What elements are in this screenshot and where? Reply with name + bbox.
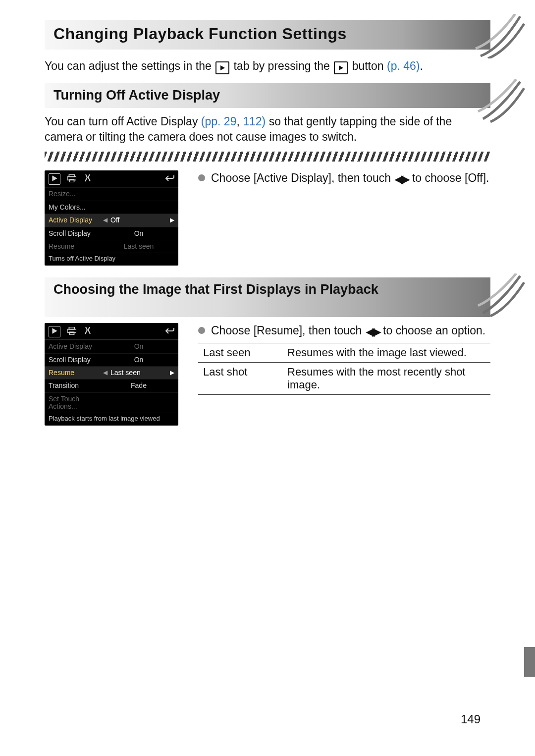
svg-rect-5 — [70, 179, 74, 182]
lcd-a-item-4-value: Last seen — [124, 243, 154, 250]
instruction-a-text-1: Choose [Active Display], then touch — [211, 171, 394, 184]
left-right-arrows-icon-2: ◀▶ — [366, 324, 379, 339]
lcd-a-item-2-value: Off — [110, 216, 119, 224]
lcd-back-icon-2 — [165, 327, 174, 336]
lcd-tab-print-icon-2 — [67, 327, 76, 336]
instruction-a-text-2: to choose [Off]. — [412, 171, 489, 184]
lcd-a-hint: Turns off Active Display — [45, 253, 178, 263]
table-row: Last seen Resumes with the image last vi… — [198, 343, 490, 363]
resume-options-table: Last seen Resumes with the image last vi… — [198, 343, 490, 395]
lcd-b-item-3-label: Transition — [49, 382, 98, 389]
page-title: Changing Playback Function Settings — [45, 20, 490, 48]
page-number: 149 — [461, 712, 481, 726]
lcd-left-arrow-icon: ◀ — [103, 217, 107, 223]
hatched-divider — [45, 152, 490, 162]
lcd-b-item-2-label: Resume — [49, 369, 98, 377]
lcd-right-arrow-icon-2: ▶ — [170, 370, 174, 376]
bullet-icon-2 — [198, 327, 205, 334]
lcd-tab-tools-icon-2 — [83, 327, 92, 336]
lcd-b-item-3: Transition Fade — [45, 379, 178, 392]
left-right-arrows-icon: ◀▶ — [395, 172, 408, 187]
svg-marker-0 — [220, 65, 225, 70]
lcd-a-item-4-label: Resume — [49, 243, 98, 250]
option-key-0: Last seen — [198, 343, 282, 363]
lcd-a-item-1-label: My Colors... — [49, 204, 98, 211]
lcd-b-item-3-value: Fade — [131, 382, 147, 389]
lcd-tab-tools-icon — [83, 174, 92, 184]
lcd-b-item-1-value: On — [134, 356, 144, 364]
lcd-b-hint: Playback starts from last image viewed — [45, 413, 178, 423]
instruction-b-text-1: Choose [Resume], then touch — [211, 324, 365, 337]
option-val-1: Resumes with the most recently shot imag… — [282, 363, 490, 395]
instruction-resume: Choose [Resume], then touch ◀▶ to choose… — [198, 323, 490, 339]
lcd-tab-playback-icon-2 — [49, 326, 60, 337]
active-display-paragraph: You can turn off Active Display (pp. 29,… — [45, 114, 490, 145]
lcd-a-item-2-label: Active Display — [49, 216, 98, 224]
lcd-b-item-1: Scroll Display On — [45, 353, 178, 366]
svg-marker-6 — [52, 328, 57, 333]
camera-lcd-active-display: Resize... My Colors... Active Display ◀ … — [45, 170, 178, 266]
section-heading-text: Turning Off Active Display — [45, 83, 490, 108]
active-display-text-1: You can turn off Active Display — [45, 115, 201, 128]
lcd-b-item-1-label: Scroll Display — [49, 356, 98, 364]
side-chapter-tab — [524, 647, 535, 677]
intro-paragraph: You can adjust the settings in the tab b… — [45, 58, 490, 74]
step-row-active-display: Resize... My Colors... Active Display ◀ … — [45, 170, 490, 266]
playback-button-icon — [334, 61, 348, 74]
page-ref-29[interactable]: (pp. 29 — [201, 115, 237, 128]
playback-tab-icon — [215, 61, 229, 74]
page-ref-sep: , — [236, 115, 243, 128]
lcd-b-item-0-label: Active Display — [49, 343, 98, 350]
lcd-b-item-0: Active Display On — [45, 340, 178, 353]
intro-text-3: button — [352, 59, 387, 72]
option-key-1: Last shot — [198, 363, 282, 395]
lcd-a-item-0: Resize... — [45, 187, 178, 200]
page-title-bar: Changing Playback Function Settings — [45, 20, 490, 50]
page-ref-112[interactable]: 112) — [243, 115, 266, 128]
lcd-tabs — [45, 170, 178, 187]
option-val-0: Resumes with the image last viewed. — [282, 343, 490, 363]
lcd-back-icon — [165, 174, 174, 184]
section-heading-active-display: Turning Off Active Display — [45, 83, 490, 108]
lcd-a-item-3-value: On — [134, 230, 144, 237]
svg-marker-2 — [52, 175, 57, 181]
page-ref-46[interactable]: (p. 46) — [387, 59, 420, 72]
lcd-a-item-3: Scroll Display On — [45, 227, 178, 240]
lcd-b-item-4: Set Touch Actions... — [45, 392, 178, 413]
lcd-b-item-2: Resume ◀ Last seen ▶ — [45, 366, 178, 379]
instruction-b-text-2: to choose an option. — [383, 324, 485, 337]
intro-text-2: tab by pressing the — [234, 59, 333, 72]
step-row-resume: Active Display On Scroll Display On Resu… — [45, 323, 490, 426]
lcd-a-item-3-label: Scroll Display — [49, 230, 98, 237]
lcd-a-item-2: Active Display ◀ Off ▶ — [45, 214, 178, 226]
lcd-b-item-4-label: Set Touch Actions... — [49, 395, 98, 411]
lcd-left-arrow-icon-2: ◀ — [103, 370, 107, 376]
camera-lcd-resume: Active Display On Scroll Display On Resu… — [45, 323, 178, 426]
lcd-a-item-4: Resume Last seen — [45, 240, 178, 253]
lcd-right-arrow-icon: ▶ — [170, 217, 174, 223]
lcd-a-item-0-label: Resize... — [49, 190, 98, 198]
svg-rect-9 — [70, 332, 74, 335]
bullet-icon — [198, 174, 205, 181]
lcd-a-item-1: My Colors... — [45, 201, 178, 214]
intro-period: . — [420, 59, 423, 72]
lcd-b-item-2-value: Last seen — [110, 369, 141, 377]
section-heading-resume: Choosing the Image that First Displays i… — [45, 277, 490, 317]
lcd-b-item-0-value: On — [134, 343, 144, 350]
section-heading-text-2: Choosing the Image that First Displays i… — [45, 277, 490, 302]
table-row: Last shot Resumes with the most recently… — [198, 363, 490, 395]
instruction-active-display: Choose [Active Display], then touch ◀▶ t… — [198, 170, 490, 187]
lcd-tabs-2 — [45, 323, 178, 340]
lcd-tab-print-icon — [67, 174, 76, 184]
intro-text-1: You can adjust the settings in the — [45, 59, 214, 72]
lcd-tab-playback-icon — [49, 173, 60, 185]
svg-marker-1 — [339, 65, 343, 70]
